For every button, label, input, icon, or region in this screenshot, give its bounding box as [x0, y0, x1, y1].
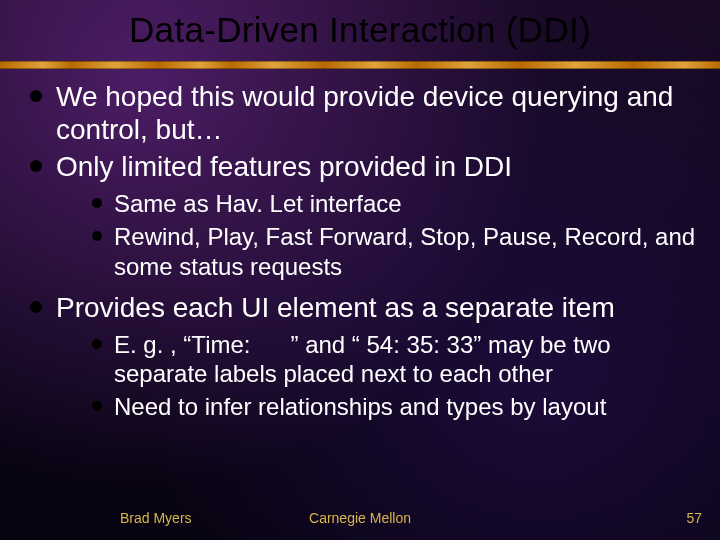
bullet-text: E. g. , “Time: ” and “ 54: 35: 33” may b… — [114, 331, 611, 387]
sub-bullet-list: E. g. , “Time: ” and “ 54: 35: 33” may b… — [56, 330, 696, 422]
slide-content: We hoped this would provide device query… — [24, 80, 696, 432]
list-item: Provides each UI element as a separate i… — [24, 291, 696, 422]
list-item: We hoped this would provide device query… — [24, 80, 696, 146]
bullet-text: Same as Hav. Let interface — [114, 190, 402, 217]
bullet-text: Need to infer relationships and types by… — [114, 393, 606, 420]
list-item: Only limited features provided in DDI Sa… — [24, 150, 696, 281]
footer: Brad Myers Carnegie Mellon 57 — [0, 510, 720, 530]
list-item: Same as Hav. Let interface — [56, 189, 696, 218]
list-item: Need to infer relationships and types by… — [56, 392, 696, 421]
list-item: Rewind, Play, Fast Forward, Stop, Pause,… — [56, 222, 696, 281]
list-item: E. g. , “Time: ” and “ 54: 35: 33” may b… — [56, 330, 696, 389]
bullet-text: We hoped this would provide device query… — [56, 81, 673, 145]
bullet-list: We hoped this would provide device query… — [24, 80, 696, 422]
footer-org: Carnegie Mellon — [0, 510, 720, 526]
footer-page-number: 57 — [686, 510, 702, 526]
slide-title: Data-Driven Interaction (DDI) — [0, 0, 720, 56]
sub-bullet-list: Same as Hav. Let interface Rewind, Play,… — [56, 189, 696, 281]
bullet-text: Only limited features provided in DDI — [56, 151, 512, 182]
bullet-text: Rewind, Play, Fast Forward, Stop, Pause,… — [114, 223, 695, 279]
bullet-text: Provides each UI element as a separate i… — [56, 292, 615, 323]
divider — [0, 61, 720, 69]
slide: Data-Driven Interaction (DDI) We hoped t… — [0, 0, 720, 540]
